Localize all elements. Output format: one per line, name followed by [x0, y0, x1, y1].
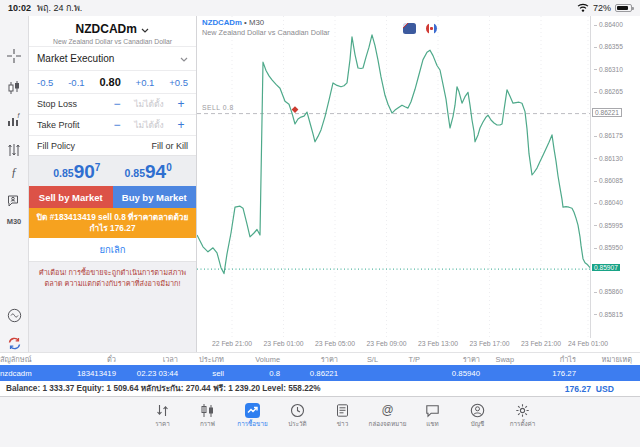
- price-axis-label: 0.85950: [594, 244, 623, 251]
- tab-history[interactable]: ประวัติ: [275, 402, 320, 429]
- account-summary-bar: Balance: 1 333.37 Equity: 1 509.64 หลักป…: [0, 381, 640, 396]
- fill-policy-value: Fill or Kill: [151, 141, 188, 151]
- status-left: 10:02 พฤ. 24 ก.พ.: [8, 1, 82, 15]
- objects-sliders-icon[interactable]: [0, 140, 28, 158]
- indicator-icon[interactable]: f: [0, 110, 28, 128]
- column-header: Volume: [228, 355, 284, 364]
- stop-loss-field[interactable]: ไม่ได้ตั้ง: [124, 97, 174, 111]
- candlestick-icon[interactable]: [0, 78, 28, 96]
- tab-label: ข่าว: [337, 419, 348, 429]
- price-axis: 0.864000.863550.863100.862650.861750.861…: [590, 16, 640, 338]
- execution-type-label: Market Execution: [37, 53, 114, 64]
- price-chart[interactable]: [197, 16, 590, 338]
- table-cell: nzdcadm: [0, 369, 62, 378]
- table-cell: 0.85940: [424, 369, 484, 378]
- stop-loss-row: Stop Loss − ไม่ได้ตั้ง +: [29, 93, 196, 114]
- bid-prefix: 0.85: [53, 168, 73, 179]
- wifi-icon: [577, 3, 589, 14]
- profit-currency: USD: [596, 384, 614, 394]
- column-header: กำไร: [518, 353, 580, 365]
- position-row[interactable]: nzdcadm18341341902.23 03:44sell0.80.8622…: [0, 365, 640, 381]
- crosshair-icon[interactable]: [0, 46, 28, 64]
- history-icon: [290, 402, 305, 418]
- tab-account[interactable]: บัญชี: [455, 402, 500, 429]
- tab-settings[interactable]: การตั้งค่า: [500, 402, 545, 429]
- take-profit-minus[interactable]: −: [110, 118, 124, 132]
- close-position-banner[interactable]: ปิด #183413419 sell 0.8 ที่ราคาตลาดด้วยก…: [29, 208, 196, 238]
- timeframe-button[interactable]: M30: [0, 217, 28, 226]
- time-axis-label: 23 Feb 09:00: [366, 340, 406, 347]
- sync-icon[interactable]: [0, 334, 28, 352]
- fill-policy-select[interactable]: Fill Policy Fill or Kill: [29, 135, 196, 155]
- stop-loss-minus[interactable]: −: [110, 97, 124, 111]
- account-profit: 176.27 USD: [565, 384, 634, 394]
- volume-minus-large[interactable]: -0.5: [37, 77, 53, 88]
- column-header: T/P: [382, 355, 424, 364]
- tab-news[interactable]: ข่าว: [320, 402, 365, 429]
- execution-type-select[interactable]: Market Execution: [29, 46, 196, 70]
- account-summary: Balance: 1 333.37 Equity: 1 509.64 หลักป…: [6, 382, 321, 395]
- table-cell: 0.86221: [284, 369, 342, 378]
- bid-price: 0.85907: [53, 162, 100, 181]
- table-cell: 176.27: [518, 369, 580, 378]
- column-header: เวลา: [120, 353, 182, 365]
- profit-value: 176.27: [565, 384, 591, 394]
- comment-person-icon[interactable]: [0, 191, 28, 209]
- bottom-tab-bar: ราคากราฟการซื้อขายประวัติข่าว@กล่องจดหมา…: [0, 396, 640, 447]
- bid-pip-digit: 7: [95, 163, 101, 173]
- trade-icon: [245, 402, 260, 418]
- column-header: ราคา: [424, 353, 484, 365]
- account-icon: [470, 402, 485, 418]
- column-header: Swap: [484, 355, 518, 364]
- sell-by-market-button[interactable]: Sell by Market: [29, 186, 113, 208]
- chart-panel[interactable]: NZDCADm • M30 New Zealand Dollar vs Cana…: [197, 16, 640, 352]
- price-axis-label: 0.86400: [594, 21, 623, 28]
- battery-icon: [615, 4, 632, 12]
- column-header: สัญลักษณ์: [0, 353, 62, 365]
- sell-price-axis-label: 0.86221: [592, 108, 622, 117]
- stop-loss-plus[interactable]: +: [174, 97, 188, 111]
- tab-charts[interactable]: กราฟ: [185, 402, 230, 429]
- column-header: ราคา: [284, 353, 342, 365]
- symbol-selector[interactable]: NZDCADm New Zealand Dollar vs Canadian D…: [29, 16, 196, 46]
- price-axis-label: 0.85815: [594, 311, 623, 318]
- tab-chat[interactable]: แชท: [410, 402, 455, 429]
- svg-text:f: f: [18, 113, 21, 119]
- column-header: หมายเหตุ: [580, 353, 636, 365]
- volume-plus-large[interactable]: +0.5: [169, 77, 188, 88]
- buy-by-market-button[interactable]: Buy by Market: [113, 186, 197, 208]
- volume-value[interactable]: 0.80: [99, 76, 120, 88]
- ask-prefix: 0.85: [125, 168, 145, 179]
- sell-position-line-label: SELL 0.8: [202, 104, 234, 111]
- ask-pip-digit: 0: [166, 163, 172, 173]
- ask-price: 0.85940: [125, 162, 172, 181]
- column-header: ตั๋ว: [62, 353, 120, 365]
- price-axis-label: 0.86085: [594, 177, 623, 184]
- tab-trade[interactable]: การซื้อขาย: [230, 402, 275, 429]
- order-panel: NZDCADm New Zealand Dollar vs Canadian D…: [28, 16, 197, 352]
- function-icon[interactable]: ƒ: [0, 165, 28, 180]
- take-profit-field[interactable]: ไม่ได้ตั้ง: [124, 118, 174, 132]
- market-warning-text: คำเตือน! การซื้อขายจะถูกดำเนินการตามสภาพ…: [29, 262, 196, 352]
- tab-mailbox[interactable]: @กล่องจดหมาย: [365, 402, 410, 429]
- tab-label: การตั้งค่า: [510, 419, 536, 429]
- price-axis-label: 0.85860: [594, 288, 623, 295]
- tab-label: การซื้อขาย: [237, 419, 267, 429]
- tab-quotes[interactable]: ราคา: [140, 402, 185, 429]
- wave-circle-icon[interactable]: [0, 306, 28, 324]
- time-axis-label: 23 Feb 17:00: [469, 340, 509, 347]
- new-zealand-flag-icon: [403, 23, 416, 34]
- take-profit-plus[interactable]: +: [174, 118, 188, 132]
- time-axis-label: 23 Feb 01:00: [263, 340, 303, 347]
- tab-label: ราคา: [155, 419, 170, 429]
- time-axis: 22 Feb 21:0023 Feb 01:0023 Feb 05:0023 F…: [197, 340, 640, 352]
- volume-plus-small[interactable]: +0.1: [136, 77, 155, 88]
- tab-label: ประวัติ: [288, 419, 306, 429]
- battery-percent: 72%: [593, 3, 611, 13]
- order-buttons: Sell by Market Buy by Market: [29, 186, 196, 208]
- current-price-axis-label: 0.85907: [592, 264, 620, 271]
- clock: 10:02: [8, 3, 31, 13]
- volume-minus-small[interactable]: -0.1: [68, 77, 84, 88]
- cancel-button[interactable]: ยกเลิก: [29, 238, 196, 262]
- price-axis-label: 0.86310: [594, 66, 623, 73]
